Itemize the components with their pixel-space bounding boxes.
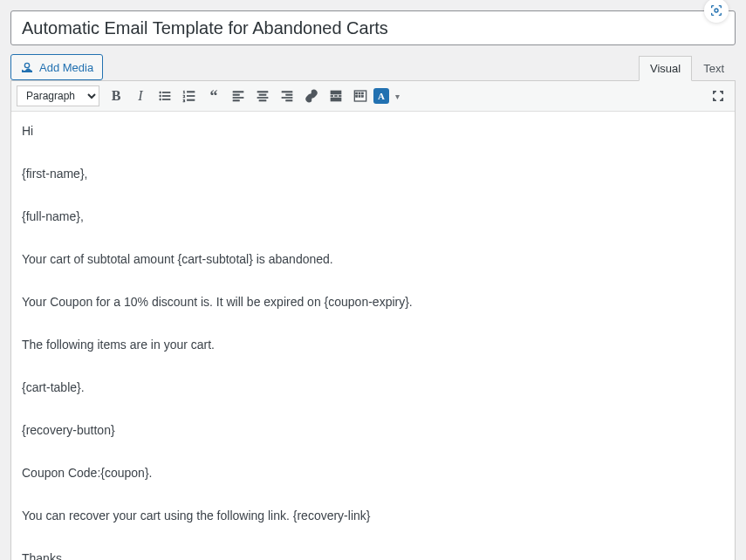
svg-rect-35	[359, 95, 360, 97]
spellcheck-button[interactable]: A	[373, 85, 389, 107]
add-media-label: Add Media	[39, 61, 93, 74]
link-button[interactable]	[300, 85, 323, 107]
svg-rect-22	[286, 94, 292, 95]
scan-icon	[709, 3, 723, 17]
svg-rect-36	[361, 95, 363, 97]
content-line: Hi	[22, 122, 724, 140]
svg-rect-31	[356, 92, 358, 94]
letter-a-icon: A	[373, 88, 389, 104]
content-line: {cart-table}.	[22, 379, 724, 397]
svg-rect-17	[257, 92, 268, 92]
bulleted-list-button[interactable]	[154, 85, 176, 107]
svg-rect-4	[162, 92, 170, 92]
svg-point-2	[160, 95, 161, 97]
svg-rect-13	[233, 92, 243, 92]
content-line: {recovery-button}	[22, 421, 724, 440]
svg-rect-16	[233, 100, 239, 101]
content-line: You can recover your cart using the foll…	[22, 507, 724, 525]
content-line: {first-name},	[22, 165, 724, 183]
svg-rect-34	[356, 95, 358, 97]
svg-rect-18	[259, 94, 266, 95]
media-icon	[20, 61, 34, 73]
format-select[interactable]: Paragraph	[17, 85, 99, 106]
svg-rect-14	[233, 94, 239, 95]
align-right-button[interactable]	[276, 85, 298, 107]
editor-toolbar: Paragraph B I 123 “ A ▾	[11, 81, 735, 112]
editor-content[interactable]: Hi {first-name}, {full-name}, Your cart …	[11, 112, 735, 560]
align-center-button[interactable]	[251, 85, 274, 107]
svg-rect-5	[162, 95, 170, 96]
content-line: Your cart of subtotal amount {cart-subto…	[22, 250, 724, 269]
svg-rect-28	[339, 95, 341, 96]
svg-rect-24	[286, 100, 292, 101]
numbered-list-button[interactable]: 123	[178, 85, 201, 107]
svg-rect-15	[233, 97, 243, 98]
svg-rect-26	[331, 95, 333, 96]
editor-tabs: Visual Text	[639, 56, 736, 81]
content-line: The following items are in your cart.	[22, 336, 724, 354]
svg-rect-33	[361, 92, 363, 94]
bold-button[interactable]: B	[105, 85, 127, 107]
read-more-button[interactable]	[325, 85, 347, 107]
content-line: Thanks,	[22, 550, 724, 560]
tab-text[interactable]: Text	[692, 56, 736, 81]
toolbar-toggle-button[interactable]	[349, 85, 372, 107]
tab-visual[interactable]: Visual	[639, 56, 692, 81]
svg-rect-27	[335, 95, 338, 96]
svg-rect-12	[187, 99, 195, 100]
content-line: Your Coupon for a 10% discount is. It wi…	[22, 293, 724, 311]
editor-container: Paragraph B I 123 “ A ▾	[10, 80, 736, 560]
italic-button[interactable]: I	[129, 85, 152, 107]
svg-rect-6	[162, 99, 170, 99]
svg-point-0	[715, 9, 718, 12]
svg-rect-19	[257, 97, 268, 98]
fullscreen-button[interactable]	[707, 85, 729, 107]
svg-rect-23	[282, 97, 292, 98]
post-title-input[interactable]	[10, 10, 736, 45]
dropdown-caret[interactable]: ▾	[391, 92, 403, 101]
svg-rect-21	[282, 92, 292, 92]
svg-text:3: 3	[183, 99, 186, 103]
align-left-button[interactable]	[227, 85, 250, 107]
svg-rect-11	[187, 95, 195, 96]
svg-rect-10	[187, 92, 195, 92]
add-media-button[interactable]: Add Media	[10, 54, 103, 80]
svg-point-3	[160, 99, 161, 100]
svg-point-1	[160, 92, 161, 93]
content-line: {full-name},	[22, 208, 724, 226]
svg-rect-25	[331, 91, 341, 94]
svg-rect-32	[359, 92, 360, 94]
svg-rect-29	[331, 98, 341, 101]
svg-rect-20	[259, 100, 266, 101]
blockquote-button[interactable]: “	[202, 85, 225, 107]
content-line: Coupon Code:{coupon}.	[22, 464, 724, 482]
